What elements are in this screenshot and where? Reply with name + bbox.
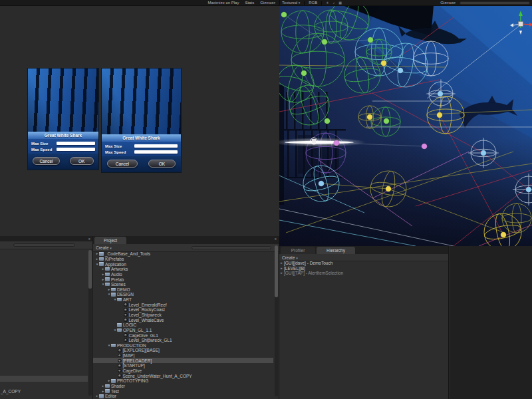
max-speed-label: Max Speed (31, 148, 57, 152)
chevron-down-icon: ▾ (299, 1, 301, 5)
tree-item-label: CageDive (123, 368, 142, 373)
scrollbar-thumb[interactable] (88, 250, 92, 289)
project-tree-row[interactable]: CageDive_GL1 (93, 332, 273, 338)
project-tree-row[interactable]: ►Editor (93, 394, 273, 399)
scene-gizmos-dropdown[interactable]: Gizmos▾ (440, 1, 456, 5)
game-view-toolbar: Maximize on Play Stats Gizmos▾ (0, 0, 279, 5)
tab-hierarchy[interactable]: Hierarchy (317, 247, 355, 254)
scene-lighting-toggle-icon[interactable]: ☀ (326, 1, 329, 5)
project-tree-row[interactable]: Level_Shipwreck (93, 313, 273, 318)
hierarchy-item-label: [GUI][dave] - DemoTouch (284, 261, 332, 265)
max-size-field[interactable] (134, 144, 178, 148)
panel-menu-icon[interactable]: ≡ (88, 237, 90, 241)
ok-button[interactable]: OK (148, 160, 175, 168)
folder-icon (117, 323, 122, 327)
project-tree-row[interactable]: ►Prefab (93, 277, 273, 282)
panel-menu-icon[interactable]: ≡ (275, 237, 277, 241)
project-tree-row[interactable]: LOGIC (93, 323, 273, 328)
scene-audio-toggle-icon[interactable]: ♪ (333, 1, 335, 5)
project-tree-row[interactable]: ►PROTOTYPING (93, 378, 273, 384)
project-tree-row[interactable]: [STARTUP] (93, 363, 273, 368)
shark-dialog: Great White Shark Max Size Max Speed Can… (28, 132, 98, 170)
hierarchy-item[interactable]: ►[GUI][TAP] - AlertItemSelection (279, 271, 448, 276)
hierarchy-item[interactable]: ►[GUI][dave] - DemoTouch (279, 261, 448, 266)
max-size-field[interactable] (57, 142, 95, 145)
project-tree-row[interactable]: Level_RockyCoast (93, 307, 273, 313)
project-tree-row[interactable]: [MAP] (93, 353, 273, 358)
max-speed-field[interactable] (57, 148, 95, 151)
tab-project[interactable]: Project (94, 237, 126, 244)
project-tree-row[interactable]: ▼Scenes (93, 282, 273, 287)
project-tree-row[interactable]: ►Audio (93, 272, 273, 277)
tree-item-label: ART (123, 297, 132, 302)
project-tree-row[interactable]: ►KiPrefabs (93, 257, 273, 262)
maximize-on-play-button[interactable]: Maximize on Play (207, 1, 239, 5)
scene-viewport[interactable] (279, 5, 532, 246)
cancel-button[interactable]: Cancel (107, 160, 137, 168)
project-tree-row[interactable]: Level_WhaleCave (93, 317, 273, 323)
project-tree-row[interactable]: ▼DESIGN (93, 292, 273, 297)
vertical-scrollbar[interactable] (88, 250, 92, 396)
scene-asset-icon (118, 369, 122, 373)
stats-button[interactable]: Stats (245, 1, 254, 5)
project-tree-row[interactable]: ▼ART (93, 297, 273, 303)
game-gizmos-dropdown[interactable]: Gizmos▾ (260, 1, 275, 5)
project-tree-row[interactable]: ►Shader (93, 384, 273, 389)
unity-editor-window: Maximize on Play Stats Gizmos▾ Textured … (0, 0, 532, 399)
selected-row-highlight[interactable] (0, 376, 88, 382)
ok-button[interactable]: OK (70, 157, 94, 165)
tree-item-label: [EXPLORE][BASE] (123, 348, 160, 352)
scrollbar-thumb[interactable] (275, 245, 278, 297)
empty-dock-area (450, 246, 532, 399)
project-tree-row[interactable]: Level_Shipwreck_GL1 (93, 338, 273, 343)
dialog-body: Max Size Max Speed (28, 139, 98, 154)
project-tree-row[interactable]: ▼PRODUCTION (93, 343, 273, 348)
tree-item-label: PRODUCTION (117, 343, 146, 348)
folder-icon (99, 394, 104, 398)
foldout-closed-icon[interactable]: ► (279, 261, 284, 265)
project-tree-row[interactable]: ►Test (93, 388, 273, 394)
project-search-input[interactable] (13, 243, 75, 247)
project-tree-row[interactable]: CageDive (93, 368, 273, 374)
create-dropdown[interactable]: Create ▾ (282, 255, 298, 261)
tree-item-label: Editor (105, 394, 116, 398)
project-tree-row[interactable]: [PRELOADER] (93, 358, 273, 363)
project-tree-row[interactable]: ▼OPEN_GL_1.1 (93, 328, 273, 333)
project-tree-row[interactable]: ►Artworks (93, 267, 273, 272)
tree-item-label: [STARTUP] (123, 363, 145, 368)
cancel-button[interactable]: Cancel (33, 157, 59, 165)
game-screenshot-left: Great White Shark Max Size Max Speed Can… (28, 68, 98, 170)
max-size-label: Max Size (31, 142, 57, 146)
tree-item-label: [MAP] (123, 353, 135, 358)
max-speed-label: Max Speed (105, 150, 134, 154)
folder-icon (99, 262, 104, 266)
scene-effects-toggle-icon[interactable]: ▦ (338, 1, 342, 5)
project-tree-row[interactable]: [EXPLORE][BASE] (93, 348, 273, 353)
foldout-closed-icon[interactable]: ► (279, 267, 284, 270)
chevron-down-icon: ▾ (454, 1, 456, 5)
project-tree-row[interactable]: ▼Application (93, 261, 273, 267)
project-tree-row[interactable]: ►_CodeBase_And_Tools (93, 251, 273, 257)
tree-item-label: Prefab (111, 277, 124, 282)
tree-item-label: Audio (111, 272, 122, 277)
tree-item-label: KiPrefabs (105, 257, 124, 261)
vertical-scrollbar[interactable] (275, 245, 278, 396)
tree-item-label: [PRELOADER] (123, 358, 152, 363)
project-tree-row[interactable]: Level_EmeraldReef (93, 302, 273, 307)
toolbar-divider (304, 1, 305, 5)
project-tree-row[interactable]: Scene_UnderWater_Hunt_A_COPY (93, 373, 273, 378)
project-search-input[interactable] (192, 246, 271, 249)
scene-search-input[interactable] (460, 1, 530, 5)
scene-asset-icon (124, 333, 128, 337)
shading-mode-dropdown[interactable]: Textured ▾ (282, 1, 300, 5)
hierarchy-item[interactable]: ►[LEVEL][B] (279, 266, 448, 271)
project-tree-row[interactable]: ►DEMO (93, 287, 273, 292)
render-mode-dropdown[interactable]: RGB (309, 1, 317, 5)
max-speed-field[interactable] (134, 150, 178, 154)
create-dropdown[interactable]: Create ▾ (96, 245, 112, 251)
tab-profiler[interactable]: Profiler (281, 247, 315, 254)
foldout-closed-icon[interactable]: ► (279, 271, 284, 275)
tree-item-label: Scenes (111, 282, 126, 287)
folder-icon (111, 344, 116, 348)
scene-asset-icon (118, 348, 122, 352)
